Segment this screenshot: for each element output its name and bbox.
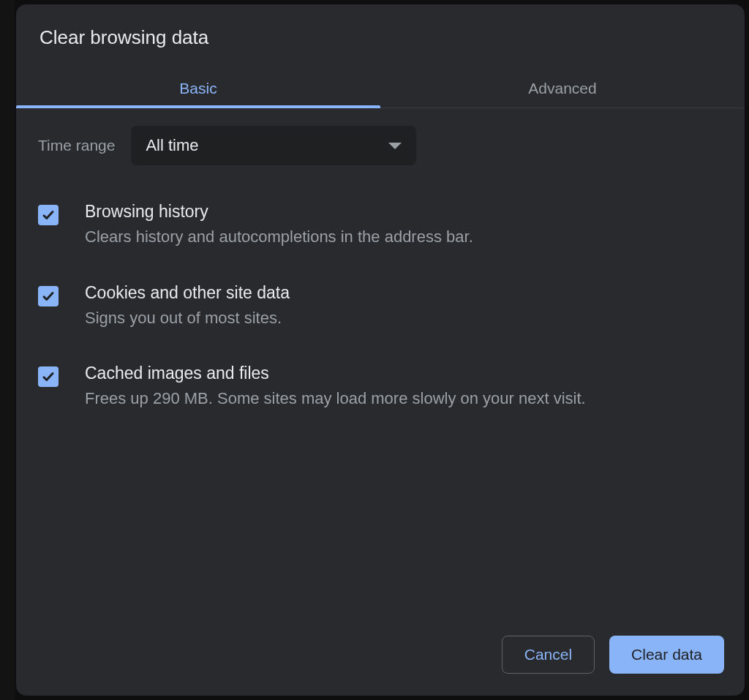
checkbox-cached[interactable] [38,366,59,387]
tab-basic[interactable]: Basic [16,69,380,108]
option-title: Cookies and other site data [85,283,723,303]
option-cookies: Cookies and other site data Signs you ou… [38,283,723,329]
option-text: Cached images and files Frees up 290 MB.… [85,364,723,410]
option-title: Cached images and files [85,364,723,383]
tab-bar: Basic Advanced [16,69,745,108]
dialog-content: Time range All time Browsing history Cle… [16,108,745,636]
option-title: Browsing history [85,202,723,222]
dialog-footer: Cancel Clear data [16,636,745,696]
checkbox-cookies[interactable] [38,286,59,306]
time-range-value: All time [146,136,198,155]
checkmark-icon [42,290,55,303]
time-range-row: Time range All time [38,126,723,165]
checkbox-browsing-history[interactable] [38,205,59,225]
checkmark-icon [42,370,55,383]
background-settings-sidebar [0,0,15,700]
option-desc: Frees up 290 MB. Some sites may load mor… [85,388,723,410]
chevron-down-icon [388,143,402,149]
clear-browsing-data-dialog: Clear browsing data Basic Advanced Time … [16,4,745,696]
option-desc: Signs you out of most sites. [85,307,723,329]
option-cached: Cached images and files Frees up 290 MB.… [38,364,723,410]
clear-data-button[interactable]: Clear data [609,636,724,674]
option-text: Browsing history Clears history and auto… [85,202,723,248]
dialog-title: Clear browsing data [16,4,745,69]
checkmark-icon [42,208,55,222]
time-range-select[interactable]: All time [131,126,416,165]
option-desc: Clears history and autocompletions in th… [85,226,723,248]
tab-advanced[interactable]: Advanced [380,69,745,108]
option-text: Cookies and other site data Signs you ou… [85,283,723,329]
time-range-label: Time range [38,137,115,154]
cancel-button[interactable]: Cancel [502,636,595,674]
option-browsing-history: Browsing history Clears history and auto… [38,202,723,248]
